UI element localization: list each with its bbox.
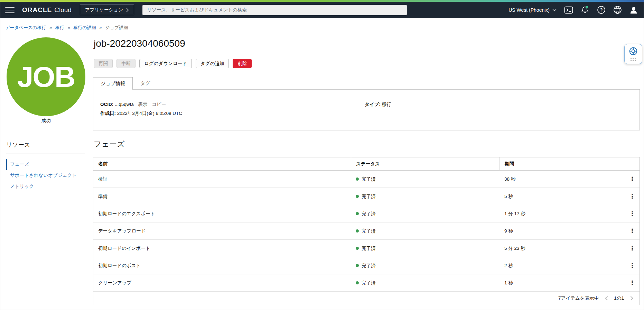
ocid-field: OCID: ...q5qwfa 表示 コピー (100, 101, 166, 108)
phase-duration: 1 秒 (500, 280, 640, 286)
type-value: 移行 (382, 102, 391, 107)
breadcrumb-current-job-details: ジョブ詳細 (105, 25, 128, 30)
column-header-duration: 期間 (500, 157, 640, 170)
phase-status: 完了済 (351, 263, 500, 269)
search-input[interactable] (142, 5, 407, 15)
support-widget[interactable] (624, 44, 642, 64)
chevron-right-icon (126, 8, 129, 12)
brand-oracle: ORACLE (22, 6, 52, 14)
items-count-text: 7アイテムを表示中 (558, 295, 599, 301)
status-text: 完了済 (362, 228, 376, 234)
row-actions-menu-button[interactable]: ⋮ (628, 279, 637, 288)
status-dot-icon (356, 212, 359, 215)
phases-table: 名前 ステータス 期間 検証 完了済 38 秒 ⋮ 準備 完了済 (93, 157, 640, 305)
svg-text:?: ? (600, 7, 603, 12)
phase-status: 完了済 (351, 176, 500, 182)
phase-duration: 2 秒 (500, 263, 640, 269)
resources-nav: フェーズ サポートされないオブジェクト メトリック (6, 159, 89, 192)
phase-duration: 1 分 17 秒 (500, 211, 640, 217)
resume-button[interactable]: 再開 (94, 59, 113, 68)
phase-duration: 9 秒 (500, 228, 640, 234)
type-field: タイプ: 移行 (365, 101, 391, 108)
add-tags-button[interactable]: タグの追加 (196, 59, 229, 68)
breadcrumb-separator: » (68, 25, 70, 30)
ocid-copy-link[interactable]: コピー (152, 102, 166, 107)
table-row: 初期ロードのインポート 完了済 5 分 23 秒 ⋮ (93, 240, 640, 257)
breadcrumb: データベースの移行 » 移行 » 移行の詳細 » ジョブ詳細 (5, 25, 128, 31)
row-actions-menu-button[interactable]: ⋮ (628, 244, 637, 253)
language-globe-icon[interactable] (612, 5, 623, 15)
job-badge: JOB (7, 37, 85, 116)
page-title: job-20220304060509 (94, 38, 185, 49)
cloud-shell-icon[interactable] (563, 5, 574, 15)
sidebar-item-phases[interactable]: フェーズ (6, 159, 89, 170)
ocid-show-link[interactable]: 表示 (138, 102, 148, 107)
table-row: 検証 完了済 38 秒 ⋮ (93, 171, 640, 188)
status-text: 完了済 (362, 176, 376, 182)
download-log-button[interactable]: ログのダウンロード (139, 59, 192, 68)
row-actions-menu-button[interactable]: ⋮ (628, 192, 637, 201)
phases-table-header: 名前 ステータス 期間 (93, 157, 640, 171)
status-text: 完了済 (362, 211, 376, 217)
oracle-cloud-logo[interactable]: ORACLE Cloud (22, 6, 72, 14)
phase-name: 準備 (93, 193, 351, 200)
phase-status: 完了済 (351, 211, 500, 217)
drag-handle-dots-icon[interactable] (631, 58, 636, 61)
phase-duration: 5 秒 (500, 193, 640, 200)
sidebar-item-metrics[interactable]: メトリック (6, 181, 89, 192)
phase-name: 初期ロードのエクスポート (93, 211, 351, 217)
status-text: 完了済 (362, 245, 376, 252)
type-label: タイプ: (365, 102, 381, 107)
chevron-right-icon (630, 296, 633, 301)
region-selector[interactable]: US West (Phoenix) (508, 7, 557, 13)
phase-duration: 38 秒 (500, 176, 640, 182)
table-row: 初期ロードのエクスポート 完了済 1 分 17 秒 ⋮ (93, 205, 640, 222)
tab-job-information[interactable]: ジョブ情報 (93, 77, 133, 90)
created-field: 作成日: 2022年3月4日(金) 6:05:09 UTC (100, 110, 182, 117)
oracle-cloud-console: ORACLE Cloud アプリケーション US West (Phoenix) (0, 0, 644, 310)
row-actions-menu-button[interactable]: ⋮ (628, 175, 637, 184)
phase-name: 初期ロードのポスト (93, 263, 351, 269)
phase-status: 完了済 (351, 228, 500, 234)
breadcrumb-link-migrations[interactable]: 移行 (55, 25, 64, 30)
table-row: クリーンアップ 完了済 1 秒 ⋮ (93, 274, 640, 292)
chevron-down-icon (552, 9, 557, 11)
sidebar-item-unsupported-objects[interactable]: サポートされないオブジェクト (6, 170, 89, 181)
resources-divider (6, 154, 85, 154)
status-dot-icon (356, 264, 359, 267)
row-actions-menu-button[interactable]: ⋮ (628, 261, 637, 270)
detail-tabs: ジョブ情報 タグ (93, 77, 158, 90)
hamburger-menu-icon[interactable] (5, 7, 15, 13)
tab-tags[interactable]: タグ (133, 77, 158, 90)
status-dot-icon (356, 177, 359, 181)
status-dot-icon (356, 195, 359, 198)
breadcrumb-link-migration-details[interactable]: 移行の詳細 (74, 25, 96, 30)
created-label: 作成日: (100, 111, 116, 116)
ocid-value: ...q5qwfa (115, 102, 134, 107)
row-actions-menu-button[interactable]: ⋮ (628, 209, 637, 218)
status-text: 完了済 (362, 280, 376, 286)
top-navigation-bar: ORACLE Cloud アプリケーション US West (Phoenix) (0, 0, 644, 18)
phases-section-title: フェーズ (94, 139, 125, 149)
abort-button[interactable]: 中断 (116, 59, 136, 68)
help-icon[interactable]: ? (596, 5, 606, 15)
column-header-name: 名前 (93, 157, 351, 170)
page-indicator: 1の1 (614, 295, 624, 301)
previous-page-button[interactable] (603, 295, 609, 301)
created-value: 2022年3月4日(金) 6:05:09 UTC (117, 111, 182, 116)
row-actions-menu-button[interactable]: ⋮ (628, 227, 637, 236)
breadcrumb-separator: » (99, 25, 102, 30)
user-avatar-icon[interactable] (628, 5, 639, 15)
chevron-left-icon (605, 296, 608, 301)
applications-button[interactable]: アプリケーション (80, 4, 134, 15)
phase-status: 完了済 (351, 193, 500, 200)
status-dot-icon (356, 281, 359, 284)
delete-button[interactable]: 削除 (233, 59, 252, 68)
phase-status: 完了済 (351, 245, 500, 252)
table-row: データをアップロード 完了済 9 秒 ⋮ (93, 222, 640, 240)
next-page-button[interactable] (628, 295, 635, 301)
phase-status: 完了済 (351, 280, 500, 286)
breadcrumb-link-database-migration[interactable]: データベースの移行 (5, 25, 46, 30)
notifications-bell-icon[interactable] (580, 5, 590, 15)
status-text: 完了済 (362, 263, 376, 269)
